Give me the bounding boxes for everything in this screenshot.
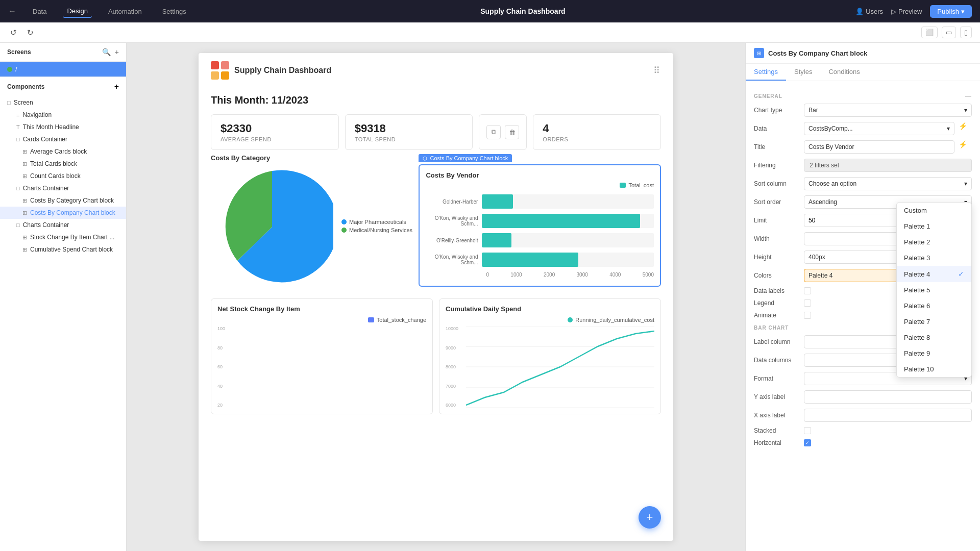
- tree-item-charts-container-1[interactable]: □ Charts Container: [0, 182, 126, 194]
- x-axis-input[interactable]: [804, 409, 972, 422]
- tree-item-average-cards[interactable]: ⊞ Average Cards block: [0, 145, 126, 158]
- dropdown-item-palette1[interactable]: Palette 1: [897, 218, 971, 234]
- fab-button[interactable]: +: [639, 506, 661, 529]
- horizontal-checkbox[interactable]: ✓: [804, 439, 811, 446]
- sort-column-chevron: ▾: [964, 180, 967, 187]
- tree-item-cards-container[interactable]: □ Cards Container: [0, 133, 126, 145]
- legend-checkbox[interactable]: [804, 299, 811, 307]
- stacked-checkbox[interactable]: [804, 427, 811, 434]
- orders-label: ORDERS: [543, 136, 651, 142]
- tablet-view-button[interactable]: ▭: [942, 27, 956, 38]
- total-spend-value: $9318: [355, 122, 463, 135]
- tab-conditions[interactable]: Conditions: [820, 64, 868, 81]
- tree-item-total-cards[interactable]: ⊞ Total Cards block: [0, 158, 126, 170]
- mobile-view-button[interactable]: ▯: [960, 27, 972, 38]
- pie-chart-svg: [211, 166, 333, 288]
- add-screen-button[interactable]: +: [115, 48, 119, 56]
- dropdown-item-palette10[interactable]: Palette 10: [897, 361, 971, 377]
- chart-type-select[interactable]: Bar ▾: [804, 104, 972, 117]
- sort-column-control: Choose an option ▾: [804, 177, 972, 190]
- data-labels-checkbox[interactable]: [804, 287, 811, 294]
- tree-item-screen[interactable]: □ Screen: [0, 96, 126, 109]
- total-cards-icon: ⊞: [22, 161, 27, 167]
- data-select[interactable]: CostsByComp... ▾: [804, 122, 954, 135]
- x-axis-control: [804, 409, 972, 422]
- palette4-check-icon: ✓: [958, 270, 964, 278]
- redo-button[interactable]: ↻: [25, 26, 36, 39]
- nav-automation[interactable]: Automation: [104, 6, 146, 17]
- animate-checkbox[interactable]: [804, 312, 811, 319]
- pie-legend: Major Pharmaceuticals Medical/Nursing Se…: [341, 219, 412, 235]
- dropdown-item-palette2[interactable]: Palette 2: [897, 234, 971, 250]
- net-stock-chart: Net Stock Change By Item Total_stock_cha…: [211, 298, 433, 414]
- stacked-field: Stacked: [754, 427, 972, 434]
- data-lightning-button[interactable]: ⚡: [959, 122, 972, 135]
- bar-row-3: O'Kon, Wisoky and Schm...: [426, 253, 654, 267]
- bar-label-1: O'Kon, Wisoky and Schm...: [426, 215, 482, 227]
- back-button[interactable]: ←: [8, 7, 16, 16]
- tree-item-headline[interactable]: T This Month Headline: [0, 121, 126, 133]
- dropdown-item-palette9[interactable]: Palette 9: [897, 345, 971, 361]
- screens-label: Screens: [7, 48, 31, 56]
- tree-item-charts-container-2[interactable]: □ Charts Container: [0, 219, 126, 231]
- y-axis-input[interactable]: [804, 390, 972, 404]
- dropdown-item-palette6[interactable]: Palette 6: [897, 298, 971, 314]
- logo-area: Supply Chain Dashboard: [211, 61, 331, 80]
- tree-item-navigation[interactable]: ≡ Navigation: [0, 109, 126, 121]
- general-collapse-icon[interactable]: —: [965, 92, 972, 99]
- costs-by-vendor-wrapper: ⬡ Costs By Company Chart block Costs By …: [419, 164, 661, 288]
- bar-fill-1: [482, 214, 640, 228]
- add-component-button[interactable]: +: [114, 82, 119, 91]
- x-axis-label-label: X axis label: [754, 412, 800, 419]
- dropdown-item-palette3[interactable]: Palette 3: [897, 250, 971, 266]
- dropdown-item-palette5[interactable]: Palette 5: [897, 282, 971, 298]
- orders-value: 4: [543, 122, 651, 135]
- desktop-view-button[interactable]: ⬜: [921, 27, 938, 38]
- width-label: Width: [754, 235, 800, 242]
- dropdown-item-palette7[interactable]: Palette 7: [897, 314, 971, 330]
- sort-column-select[interactable]: Choose an option ▾: [804, 177, 972, 190]
- duplicate-card-button[interactable]: ⧉: [486, 125, 501, 139]
- grid-dots-icon[interactable]: ⠿: [653, 65, 661, 76]
- chart-inner: Costs By Vendor Total_cost Goldner-Harbe…: [420, 165, 660, 286]
- home-screen-item[interactable]: /: [0, 62, 126, 77]
- title-label: Title: [754, 143, 800, 151]
- tree-item-count-cards[interactable]: ⊞ Count Cards block: [0, 170, 126, 182]
- tab-settings[interactable]: Settings: [746, 64, 786, 81]
- total-spend-card: $9318 TOTAL SPEND: [345, 114, 473, 150]
- horizontal-field: Horizontal ✓: [754, 439, 972, 446]
- delete-card-button[interactable]: 🗑: [505, 125, 519, 139]
- undo-button[interactable]: ↺: [8, 26, 19, 39]
- navigation-icon: ≡: [16, 112, 19, 118]
- component-tree: □ Screen ≡ Navigation T This Month Headl…: [0, 96, 126, 551]
- title-lightning-button[interactable]: ⚡: [959, 140, 972, 154]
- tree-item-cumulative-spend[interactable]: ⊞ Cumulative Spend Chart block: [0, 243, 126, 256]
- bar-fill-0: [482, 194, 513, 209]
- charts-container-2-icon: □: [16, 222, 20, 228]
- tree-item-stock-change[interactable]: ⊞ Stock Change By Item Chart ...: [0, 231, 126, 243]
- net-stock-title: Net Stock Change By Item: [217, 305, 426, 313]
- nav-settings[interactable]: Settings: [158, 6, 190, 17]
- charts-row-1: Costs By Category Major Pharmaceuticals: [199, 154, 673, 294]
- preview-button[interactable]: ▷ Preview: [891, 8, 922, 15]
- title-input[interactable]: [804, 140, 954, 154]
- dropdown-item-palette8[interactable]: Palette 8: [897, 330, 971, 345]
- top-right-actions: 👤 Users ▷ Preview Publish ▾: [855, 5, 972, 18]
- cumulative-spend-chart: Cumulative Daily Spend Running_daily_cum…: [439, 298, 661, 414]
- vendor-legend-color: [620, 183, 626, 188]
- search-screens-button[interactable]: 🔍: [102, 48, 111, 56]
- average-spend-value: $2330: [220, 122, 329, 135]
- filtering-badge: 2 filters set: [804, 159, 972, 172]
- dropdown-item-palette4[interactable]: Palette 4 ✓: [897, 266, 971, 282]
- y-axis-control: [804, 390, 972, 404]
- tree-item-costs-by-company[interactable]: ⊞ Costs By Company Chart block: [0, 207, 126, 219]
- cumulative-y-axis: 100009000800070006000: [446, 326, 464, 408]
- dropdown-item-custom[interactable]: Custom: [897, 203, 971, 218]
- costs-by-category-title: Costs By Category: [211, 154, 412, 162]
- publish-button[interactable]: Publish ▾: [930, 5, 972, 18]
- tree-item-costs-by-category[interactable]: ⊞ Costs By Category Chart block: [0, 194, 126, 207]
- tab-styles[interactable]: Styles: [786, 64, 820, 81]
- users-button[interactable]: 👤 Users: [855, 8, 883, 15]
- nav-design[interactable]: Design: [63, 5, 91, 18]
- nav-data[interactable]: Data: [29, 6, 51, 17]
